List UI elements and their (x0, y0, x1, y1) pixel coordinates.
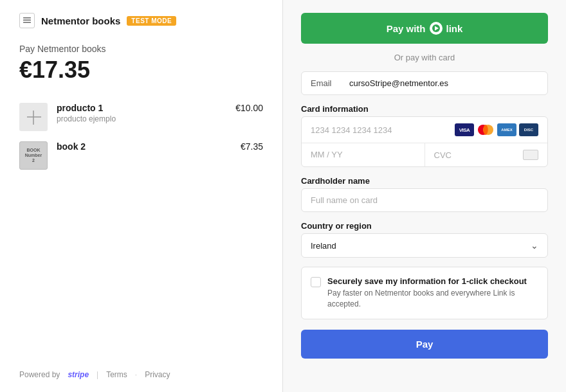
card-number-placeholder: 1234 1234 1234 1234 (311, 125, 455, 135)
test-mode-badge: TEST MODE (127, 16, 176, 26)
pay-button[interactable]: Pay (301, 330, 548, 359)
chevron-down-icon: ⌄ (531, 240, 538, 251)
card-icons: VISA AMEX DISC (455, 123, 538, 136)
country-block: Country or region Ireland ⌄ (301, 221, 548, 258)
item-details-1: producto 1 producto ejemplo (57, 103, 226, 123)
item-name-1: producto 1 (57, 103, 226, 113)
item-desc-1: producto ejemplo (57, 114, 226, 123)
line-items: producto 1 producto ejemplo €10.00 BOOKN… (19, 103, 263, 357)
svg-rect-1 (23, 20, 31, 21)
save-info-title: Securely save my information for 1-click… (327, 276, 538, 286)
email-label: Email (311, 78, 349, 88)
save-info-section: Securely save my information for 1-click… (301, 267, 548, 319)
brand-icon (19, 13, 35, 28)
line-item: producto 1 producto ejemplo €10.00 (19, 103, 263, 131)
footer-links: Powered by stripe | Terms · Privacy (19, 357, 263, 379)
email-field-row: Email cursoStripe@netmentor.es (302, 72, 547, 94)
amount: €17.35 (19, 57, 263, 84)
svg-rect-2 (23, 22, 31, 23)
cvc-icon (523, 150, 538, 160)
pay-link-button[interactable]: Pay with link (301, 13, 548, 44)
email-value: cursoStripe@netmentor.es (349, 78, 538, 88)
mastercard-icon (477, 123, 495, 136)
line-item-2: BOOKNumber2 book 2 €7.35 (19, 141, 263, 170)
link-icon (430, 22, 443, 35)
divider2: · (135, 370, 137, 379)
powered-by-text: Powered by (19, 370, 60, 379)
email-section: Email cursoStripe@netmentor.es (301, 71, 548, 95)
save-info-desc: Pay faster on Netmentor books and everyw… (327, 288, 538, 310)
svg-point-9 (484, 125, 488, 135)
save-info-text: Securely save my information for 1-click… (327, 276, 538, 310)
item-details-2: book 2 (57, 141, 232, 152)
save-info-checkbox[interactable] (311, 277, 321, 287)
svg-rect-0 (23, 17, 31, 19)
visa-icon: VISA (455, 123, 474, 136)
discover-icon: DISC (519, 123, 538, 136)
cardholder-label: Cardholder name (301, 176, 548, 186)
cardholder-name-input[interactable]: Full name on card (301, 188, 548, 212)
card-cvc-field[interactable]: CVC (425, 143, 548, 166)
item-thumb-2: BOOKNumber2 (19, 141, 48, 170)
country-label: Country or region (301, 221, 548, 231)
privacy-link[interactable]: Privacy (145, 370, 170, 379)
link-label: link (446, 23, 463, 34)
card-exp-cvc-row: MM / YY CVC (302, 143, 547, 166)
card-number-row[interactable]: 1234 1234 1234 1234 VISA AMEX DISC (302, 117, 547, 143)
terms-link[interactable]: Terms (106, 370, 127, 379)
country-select[interactable]: Ireland ⌄ (301, 233, 548, 258)
card-section: 1234 1234 1234 1234 VISA AMEX DISC (301, 116, 548, 167)
brand-row: Netmentor books TEST MODE (19, 13, 263, 28)
item-thumb-1 (19, 103, 48, 131)
pay-label: Pay Netmentor books (19, 44, 263, 54)
stripe-logo: stripe (68, 370, 89, 379)
right-panel: Pay with link Or pay with card Email cur… (283, 0, 566, 392)
item-price-1: €10.00 (235, 103, 263, 113)
card-info-block: Card information 1234 1234 1234 1234 VIS… (301, 104, 548, 167)
cvc-placeholder: CVC (434, 150, 452, 160)
brand-name: Netmentor books (41, 15, 120, 26)
country-value: Ireland (311, 241, 336, 251)
or-divider: Or pay with card (301, 53, 548, 62)
amex-icon: AMEX (497, 123, 516, 136)
cardholder-block: Cardholder name Full name on card (301, 176, 548, 212)
item-name-2: book 2 (57, 141, 232, 152)
item-price-2: €7.35 (241, 141, 263, 152)
divider: | (96, 370, 98, 379)
card-section-label: Card information (301, 104, 548, 114)
card-exp-field[interactable]: MM / YY (302, 143, 425, 166)
pay-with-text: Pay with link (387, 22, 463, 35)
left-panel: Netmentor books TEST MODE Pay Netmentor … (0, 0, 283, 392)
